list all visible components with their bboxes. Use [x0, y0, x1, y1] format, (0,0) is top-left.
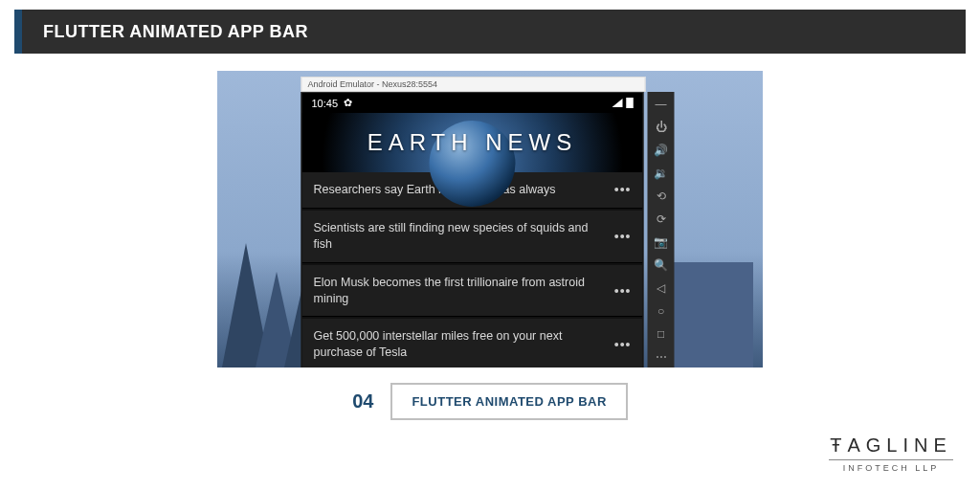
brand-divider — [829, 459, 953, 460]
more-icon[interactable]: ••• — [614, 182, 632, 197]
overview-icon[interactable]: □ — [655, 327, 668, 341]
brand-logo: ŦAGLINE INFOTECH LLP — [829, 434, 953, 473]
more-icon[interactable]: ⋯ — [655, 350, 668, 364]
emulator-window: Android Emulator - Nexus28:5554 10:45 ✿ … — [301, 78, 679, 368]
emulator-titlebar: Android Emulator - Nexus28:5554 — [301, 77, 646, 92]
status-time: 10:45 — [312, 98, 339, 109]
caption-label: FLUTTER ANIMATED APP BAR — [390, 383, 627, 420]
brand-subtitle: INFOTECH LLP — [829, 463, 953, 473]
list-item[interactable]: Elon Musk becomes the first trillionaire… — [302, 265, 643, 318]
title-bar: FLUTTER ANIMATED APP BAR — [14, 10, 966, 54]
building-silhouette — [667, 262, 753, 368]
more-icon[interactable]: ••• — [614, 229, 632, 244]
list-item[interactable]: Get 500,000 interstellar miles free on y… — [302, 319, 643, 368]
caption-number: 04 — [352, 390, 373, 412]
hero-image: Android Emulator - Nexus28:5554 10:45 ✿ … — [217, 71, 763, 368]
app-title: EARTH NEWS — [368, 129, 578, 156]
volume-down-icon[interactable]: 🔉 — [655, 167, 668, 180]
zoom-icon[interactable]: 🔍 — [655, 258, 668, 272]
caption-row: 04 FLUTTER ANIMATED APP BAR — [0, 383, 980, 420]
news-headline: Get 500,000 interstellar miles free on y… — [314, 328, 614, 361]
news-headline: Scientists are still finding new species… — [314, 220, 614, 253]
app-header: EARTH NEWS — [302, 113, 643, 172]
home-icon[interactable]: ○ — [655, 304, 668, 318]
rotate-right-icon[interactable]: ⟳ — [655, 212, 668, 226]
battery-icon — [627, 98, 634, 108]
volume-up-icon[interactable]: 🔊 — [655, 144, 668, 157]
minimize-icon[interactable]: — — [655, 98, 668, 111]
camera-icon[interactable]: 📷 — [655, 235, 668, 249]
brand-name: ŦAGLINE — [829, 434, 953, 457]
list-item[interactable]: Scientists are still finding new species… — [302, 211, 643, 263]
back-icon[interactable]: ◁ — [655, 281, 668, 295]
more-icon[interactable]: ••• — [614, 337, 632, 352]
phone-screen: 10:45 ✿ EARTH NEWS Researchers say Earth… — [301, 92, 644, 368]
more-icon[interactable]: ••• — [614, 283, 632, 299]
rotate-left-icon[interactable]: ⟲ — [655, 189, 668, 203]
signal-icon — [612, 99, 623, 107]
title-text: FLUTTER ANIMATED APP BAR — [22, 10, 966, 54]
news-headline: Elon Musk becomes the first trillionaire… — [314, 275, 614, 307]
gear-icon: ✿ — [344, 97, 352, 109]
power-icon[interactable]: ⏻ — [655, 121, 668, 134]
emulator-toolbar: — ⏻ 🔊 🔉 ⟲ ⟳ 📷 🔍 ◁ ○ □ ⋯ — [648, 92, 675, 368]
status-bar: 10:45 ✿ — [302, 93, 643, 113]
title-accent — [14, 10, 22, 54]
